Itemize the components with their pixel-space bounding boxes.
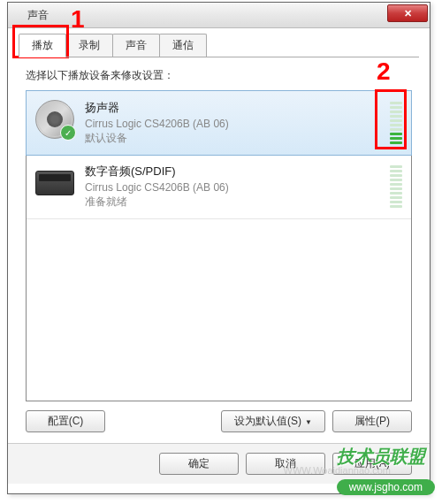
chevron-down-icon: ▼ (305, 418, 312, 426)
device-status: 默认设备 (85, 131, 385, 146)
close-button[interactable]: ✕ (387, 4, 428, 22)
level-meter (390, 165, 402, 208)
tab-sound[interactable]: 声音 (112, 34, 160, 57)
set-default-button[interactable]: 设为默认值(S)▼ (221, 410, 325, 432)
default-checkmark-icon: ✓ (60, 125, 76, 141)
device-status: 准备就绪 (85, 195, 385, 210)
tab-playback[interactable]: 播放 (19, 34, 66, 57)
sound-dialog: 声音 ✕ 播放 录制 声音 通信 选择以下播放设备来修改设置： ✓ 扬声器 Ci… (7, 2, 431, 494)
device-text: 数字音频(S/PDIF) Cirrus Logic CS4206B (AB 06… (85, 164, 385, 210)
watermark-faded: WWW.Woaidiannao.com (284, 465, 391, 476)
spdif-icon (35, 171, 74, 195)
device-row-spdif[interactable]: 数字音频(S/PDIF) Cirrus Logic CS4206B (AB 06… (27, 155, 411, 219)
configure-button[interactable]: 配置(C) (26, 410, 105, 432)
tab-row: 播放 录制 声音 通信 (8, 28, 430, 57)
device-name: 数字音频(S/PDIF) (85, 164, 385, 179)
speaker-icon: ✓ (35, 100, 74, 139)
content-area: 选择以下播放设备来修改设置： ✓ 扬声器 Cirrus Logic CS4206… (8, 57, 430, 401)
window-title: 声音 (27, 8, 49, 23)
level-meter (390, 102, 402, 144)
device-row-speakers[interactable]: ✓ 扬声器 Cirrus Logic CS4206B (AB 06) 默认设备 (26, 90, 412, 156)
tab-record[interactable]: 录制 (65, 34, 113, 57)
watermark: WWW.Woaidiannao.com 技术员联盟 www.jsgho.com (337, 445, 435, 495)
ok-button[interactable]: 确定 (159, 453, 239, 475)
tab-underline (19, 57, 419, 57)
properties-button[interactable]: 属性(P) (332, 410, 412, 432)
title-bar[interactable]: 声音 ✕ (8, 3, 430, 28)
watermark-url: www.jsgho.com (337, 479, 435, 495)
close-icon: ✕ (404, 8, 412, 19)
device-description: Cirrus Logic CS4206B (AB 06) (85, 118, 385, 130)
button-row-device: 配置(C) 设为默认值(S)▼ 属性(P) (8, 401, 430, 432)
instruction-label: 选择以下播放设备来修改设置： (26, 68, 412, 83)
tab-communication[interactable]: 通信 (159, 34, 207, 57)
device-list[interactable]: ✓ 扬声器 Cirrus Logic CS4206B (AB 06) 默认设备 … (26, 90, 412, 401)
device-text: 扬声器 Cirrus Logic CS4206B (AB 06) 默认设备 (85, 100, 385, 146)
device-description: Cirrus Logic CS4206B (AB 06) (85, 181, 385, 194)
device-name: 扬声器 (85, 100, 385, 116)
